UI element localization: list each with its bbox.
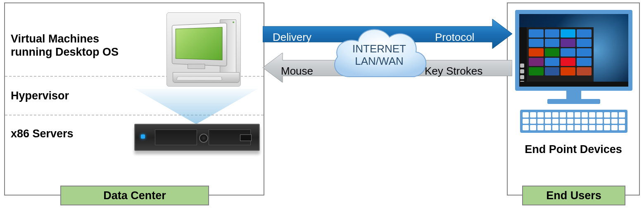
server-icon — [134, 124, 260, 151]
arrow-label-protocol: Protocol — [435, 31, 474, 44]
vm-label: Virtual Machines running Desktop OS — [11, 32, 143, 59]
cloud-label: INTERNET LAN/WAN — [328, 43, 430, 68]
end-users-caption: End Users — [522, 186, 625, 205]
desktop-vm-icon — [166, 12, 241, 87]
diagram-canvas: Virtual Machines running Desktop OS Hype… — [0, 0, 644, 212]
arrow-label-keystrokes: Key Strokes — [425, 65, 482, 78]
endpoint-devices-label: End Point Devices — [507, 143, 640, 156]
arrow-label-mouse: Mouse — [281, 65, 313, 78]
dc-separator-2 — [5, 115, 264, 115]
cloud-line1: INTERNET — [352, 42, 406, 55]
data-center-caption: Data Center — [60, 186, 209, 205]
cloud-line2: LAN/WAN — [355, 55, 404, 67]
hypervisor-label: Hypervisor — [11, 89, 69, 102]
arrow-label-delivery: Delivery — [273, 31, 311, 44]
client-pc-icon — [515, 10, 632, 133]
servers-label: x86 Servers — [11, 127, 74, 140]
